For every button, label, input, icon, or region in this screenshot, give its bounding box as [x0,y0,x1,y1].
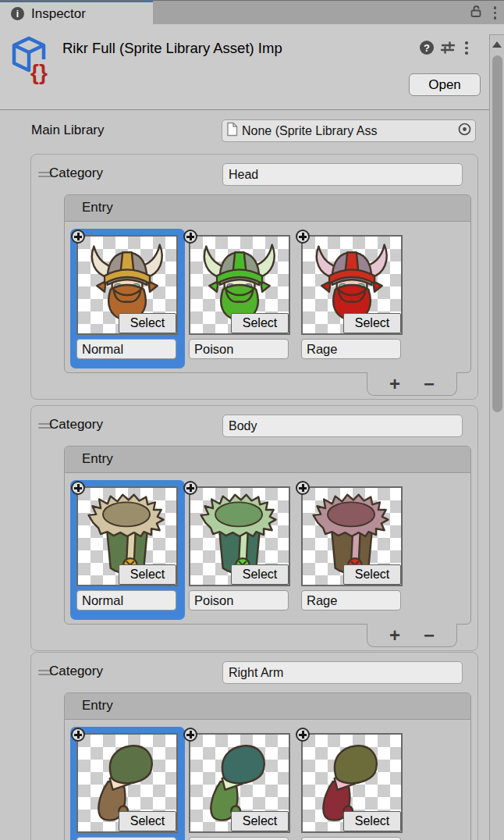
sprite-entry-cell[interactable]: Select [301,486,403,610]
main-library-label: Main Library [31,123,105,138]
sprite-library-asset-icon: {} [9,34,58,89]
entry-panel: Entry Select Select [64,446,471,625]
add-override-icon[interactable] [296,728,310,742]
add-override-icon[interactable] [183,728,197,742]
category-name-field[interactable] [222,163,463,186]
sprite-entry-cell[interactable]: Select [189,486,290,610]
tab-strip: i Inspector [0,0,504,24]
category-name-field[interactable] [222,661,463,684]
sprite-thumbnail[interactable]: Select [301,733,403,833]
entry-header-label: Entry [82,698,113,713]
category-group-head: Category Entry Select Select [30,154,478,400]
object-picker-icon[interactable] [457,122,472,140]
entry-list-footer: + − [367,372,457,396]
remove-entry-button[interactable]: − [424,375,435,393]
asset-title: Rikr Full (Sprite Library Asset) Imp [62,40,413,59]
sprite-thumbnail[interactable]: Select [76,486,178,586]
object-field-value: None (Sprite Library Ass [242,124,453,138]
vertical-scrollbar[interactable] [489,34,504,840]
unlock-icon[interactable] [470,5,482,21]
entry-name-field[interactable] [76,339,176,359]
scroll-up-icon[interactable] [492,41,502,48]
select-sprite-button[interactable]: Select [343,811,401,831]
main-library-object-field[interactable]: None (Sprite Library Ass [222,119,476,142]
add-entry-button[interactable]: + [389,626,400,645]
entry-name-field[interactable] [189,339,289,359]
select-sprite-button[interactable]: Select [343,313,401,333]
entry-header-label: Entry [82,451,113,466]
sprite-entry-cell[interactable]: Select [189,235,290,359]
entry-header: Entry [65,195,470,222]
sprite-entry-cell[interactable]: Select [76,733,178,840]
scrollbar-thumb[interactable] [492,55,502,412]
remove-entry-button[interactable]: − [424,626,435,645]
entry-list-footer: + − [367,624,457,647]
select-sprite-button[interactable]: Select [119,564,176,585]
add-override-icon[interactable] [71,481,85,495]
select-sprite-button[interactable]: Select [231,313,289,333]
inspector-header: {} Rikr Full (Sprite Library Asset) Imp … [0,24,504,110]
object-field-icon [226,122,238,140]
sprite-thumbnail[interactable]: Select [189,486,290,586]
add-override-icon[interactable] [71,728,85,742]
category-name-field[interactable] [222,415,463,437]
sprite-thumbnail[interactable]: Select [189,733,290,833]
sprite-entry-cell[interactable]: Select [76,486,178,610]
sprite-thumbnail[interactable]: Select [76,733,178,833]
category-label: Category [49,166,103,181]
svg-text:{}: {} [30,60,48,84]
category-group-right-arm: Category Entry Select Select [30,652,478,840]
add-override-icon[interactable] [183,230,197,244]
sprite-entry-cell[interactable]: Select [301,235,403,359]
select-sprite-button[interactable]: Select [119,811,176,831]
sprite-thumbnail[interactable]: Select [301,486,403,586]
add-override-icon[interactable] [296,481,310,495]
tab-inspector[interactable]: i Inspector [0,1,153,25]
entry-name-field[interactable] [301,590,401,610]
tab-label: Inspector [31,6,86,22]
select-sprite-button[interactable]: Select [231,811,289,831]
sprite-thumbnail[interactable]: Select [301,235,403,335]
sprite-entry-cell[interactable]: Select [301,733,403,840]
sprite-entry-cell[interactable]: Select [189,733,290,840]
help-icon[interactable]: ? [420,41,434,55]
add-entry-button[interactable]: + [389,375,400,393]
category-label: Category [49,664,103,679]
entry-header-label: Entry [82,200,113,215]
entry-panel: Entry Select Select [64,194,471,373]
entry-header: Entry [65,447,470,473]
entry-name-field[interactable] [189,837,289,840]
add-override-icon[interactable] [71,230,85,244]
add-override-icon[interactable] [183,481,197,495]
entry-name-field[interactable] [76,590,176,610]
info-icon: i [11,7,24,20]
entry-panel: Entry Select Select [64,692,471,840]
entry-name-field[interactable] [76,837,176,840]
entry-name-field[interactable] [189,590,289,610]
sprite-thumbnail[interactable]: Select [189,235,290,335]
select-sprite-button[interactable]: Select [119,313,176,333]
entry-name-field[interactable] [301,837,401,840]
kebab-menu-icon[interactable] [494,6,497,20]
presets-icon[interactable] [440,41,456,57]
entry-header: Entry [65,693,470,720]
entry-name-field[interactable] [301,339,401,359]
category-label: Category [49,417,103,432]
category-group-body: Category Entry Select Select [30,405,478,651]
select-sprite-button[interactable]: Select [231,564,289,585]
sprite-entry-cell[interactable]: Select [76,235,178,359]
kebab-menu-icon[interactable] [465,41,468,55]
select-sprite-button[interactable]: Select [343,564,401,585]
add-override-icon[interactable] [296,230,310,244]
sprite-thumbnail[interactable]: Select [76,235,178,335]
open-button[interactable]: Open [409,73,481,96]
